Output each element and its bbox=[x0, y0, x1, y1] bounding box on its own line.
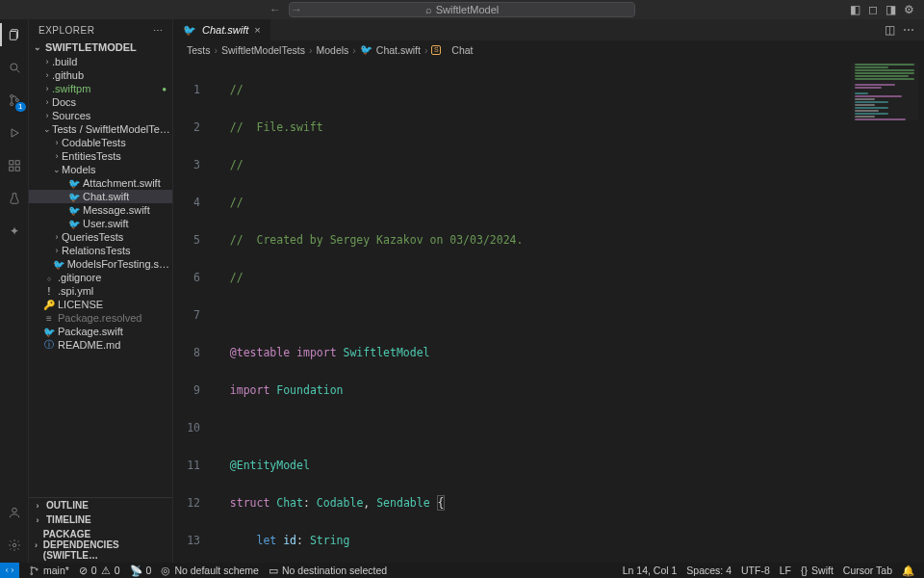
status-bell-icon[interactable]: 🔔 bbox=[902, 565, 914, 577]
status-encoding[interactable]: UTF-8 bbox=[741, 565, 770, 576]
file-package-swift[interactable]: 🐦Package.swift bbox=[29, 325, 172, 338]
tab-close-icon[interactable]: × bbox=[254, 24, 260, 36]
svg-rect-11 bbox=[15, 161, 19, 165]
status-branch[interactable]: main* bbox=[29, 565, 69, 576]
folder-models[interactable]: ⌄Models bbox=[29, 163, 172, 176]
section-outline[interactable]: ›OUTLINE bbox=[29, 498, 172, 512]
sidebar-title: EXPLORER bbox=[38, 25, 94, 36]
svg-point-14 bbox=[13, 543, 16, 547]
tab-chat-swift[interactable]: 🐦 Chat.swift × bbox=[173, 19, 271, 40]
split-editor-icon[interactable]: ◫ bbox=[885, 23, 895, 37]
file-readme[interactable]: ⓘREADME.md bbox=[29, 338, 172, 352]
explorer-icon[interactable] bbox=[5, 25, 24, 44]
settings-icon[interactable] bbox=[5, 536, 24, 555]
sidebar-more-icon[interactable]: ⋯ bbox=[153, 25, 164, 36]
source-control-icon[interactable]: 1 bbox=[5, 91, 24, 110]
breadcrumb[interactable]: Tests› SwiftletModelTests› Models› 🐦Chat… bbox=[173, 40, 924, 59]
code-editor[interactable]: 1 // 2 // File.swift 3 // 4 // 5 // Crea… bbox=[173, 59, 924, 563]
svg-marker-7 bbox=[12, 129, 18, 137]
folder-tests[interactable]: ⌄Tests / SwiftletModelTests bbox=[29, 122, 172, 136]
project-root[interactable]: ⌄ SWIFTLETMODEL bbox=[29, 39, 172, 55]
status-spaces[interactable]: Spaces: 4 bbox=[686, 565, 732, 576]
folder-docs[interactable]: ›Docs bbox=[29, 95, 172, 109]
status-mode[interactable]: Cursor Tab bbox=[843, 565, 892, 576]
svg-line-3 bbox=[16, 69, 19, 72]
svg-rect-8 bbox=[9, 161, 13, 165]
ports-icon: 📡 bbox=[130, 565, 142, 577]
remote-indicator[interactable] bbox=[0, 563, 19, 578]
file-attachment[interactable]: 🐦Attachment.swift bbox=[29, 176, 172, 190]
layout-sidebar-left-icon[interactable]: ◧ bbox=[850, 3, 860, 16]
tab-bar: 🐦 Chat.swift × ◫ ⋯ bbox=[173, 19, 924, 40]
status-ports[interactable]: 📡0 bbox=[130, 565, 152, 577]
folder-entitiestests[interactable]: ›EntitiesTests bbox=[29, 149, 172, 163]
search-icon: ⌕ bbox=[425, 4, 432, 15]
tab-label: Chat.swift bbox=[202, 24, 248, 36]
minimap[interactable] bbox=[851, 63, 918, 120]
search-icon[interactable] bbox=[5, 58, 24, 77]
svg-rect-10 bbox=[15, 167, 19, 171]
status-eol[interactable]: LF bbox=[780, 565, 791, 576]
run-debug-icon[interactable] bbox=[5, 123, 24, 143]
svg-rect-9 bbox=[9, 167, 13, 171]
folder-build[interactable]: ›.build bbox=[29, 55, 172, 68]
layout-sidebar-right-icon[interactable]: ◨ bbox=[886, 3, 896, 16]
sidebar: EXPLORER ⋯ ⌄ SWIFTLETMODEL ›.build ›.git… bbox=[29, 19, 173, 563]
folder-relationstests[interactable]: ›RelationsTests bbox=[29, 244, 172, 257]
svg-point-16 bbox=[31, 572, 33, 574]
svg-point-13 bbox=[12, 508, 16, 512]
file-user[interactable]: 🐦User.swift bbox=[29, 217, 172, 230]
section-deps[interactable]: ›PACKAGE DEPENDENCIES (SWIFTLE… bbox=[29, 527, 172, 563]
activity-bar: 1 ✦ bbox=[0, 19, 29, 563]
layout-panel-icon[interactable]: ◻ bbox=[868, 3, 878, 16]
swift-file-icon: 🐦 bbox=[360, 43, 372, 56]
target-icon: ◎ bbox=[161, 565, 170, 576]
sparkle-icon[interactable]: ✦ bbox=[5, 222, 24, 241]
folder-sources[interactable]: ›Sources bbox=[29, 109, 172, 122]
extensions-icon[interactable] bbox=[5, 156, 24, 175]
file-license[interactable]: 🔑LICENSE bbox=[29, 298, 172, 311]
sidebar-bottom: ›OUTLINE ›TIMELINE ›PACKAGE DEPENDENCIES… bbox=[29, 497, 172, 563]
tab-more-icon[interactable]: ⋯ bbox=[903, 23, 914, 37]
warning-icon: ⚠ bbox=[101, 565, 111, 576]
struct-icon: S bbox=[431, 45, 441, 55]
svg-point-5 bbox=[10, 103, 13, 106]
folder-github[interactable]: ›.github bbox=[29, 68, 172, 82]
svg-point-15 bbox=[31, 566, 33, 568]
nav-forward-icon[interactable]: → bbox=[291, 3, 302, 16]
status-destination[interactable]: ▭No destination selected bbox=[269, 565, 387, 576]
status-language[interactable]: {} Swift bbox=[801, 565, 834, 576]
file-package-resolved[interactable]: ≡Package.resolved bbox=[29, 311, 172, 325]
customize-layout-icon[interactable]: ⚙ bbox=[904, 3, 914, 16]
nav-back-icon[interactable]: ← bbox=[270, 3, 281, 16]
svg-point-4 bbox=[10, 94, 13, 97]
accounts-icon[interactable] bbox=[5, 503, 24, 522]
title-bar-actions: ◧ ◻ ◨ ⚙ bbox=[850, 3, 914, 16]
nav-arrows: ← → bbox=[270, 3, 302, 16]
command-center[interactable]: ⌕ SwiftletModel bbox=[289, 2, 635, 17]
svg-point-2 bbox=[10, 64, 16, 70]
file-spi[interactable]: !.spi.yml bbox=[29, 284, 172, 298]
status-cursor-pos[interactable]: Ln 14, Col 1 bbox=[623, 565, 678, 576]
svg-rect-1 bbox=[10, 32, 16, 40]
title-bar: ← → ⌕ SwiftletModel ◧ ◻ ◨ ⚙ bbox=[0, 0, 924, 19]
braces-icon: {} bbox=[801, 565, 808, 576]
folder-codabletests[interactable]: ›CodableTests bbox=[29, 136, 172, 149]
file-tree: ›.build ›.github ›.swiftpm● ›Docs ›Sourc… bbox=[29, 55, 172, 497]
file-gitignore[interactable]: ⬨.gitignore bbox=[29, 271, 172, 284]
status-scheme[interactable]: ◎No default scheme bbox=[161, 565, 259, 576]
editor: 🐦 Chat.swift × ◫ ⋯ Tests› SwiftletModelT… bbox=[173, 19, 924, 563]
section-timeline[interactable]: ›TIMELINE bbox=[29, 512, 172, 527]
file-modelsfortesting[interactable]: 🐦ModelsForTesting.swift bbox=[29, 257, 172, 271]
status-bar: main* ⊘0 ⚠0 📡0 ◎No default scheme ▭No de… bbox=[0, 563, 924, 578]
error-icon: ⊘ bbox=[79, 565, 88, 576]
file-chat[interactable]: 🐦Chat.swift bbox=[29, 190, 172, 203]
device-icon: ▭ bbox=[269, 565, 278, 576]
folder-swiftpm[interactable]: ›.swiftpm● bbox=[29, 82, 172, 95]
folder-queriestests[interactable]: ›QueriesTests bbox=[29, 230, 172, 244]
testing-icon[interactable] bbox=[5, 189, 24, 208]
file-message[interactable]: 🐦Message.swift bbox=[29, 203, 172, 217]
scm-badge: 1 bbox=[15, 102, 25, 112]
status-problems[interactable]: ⊘0 ⚠0 bbox=[79, 565, 120, 576]
swift-file-icon: 🐦 bbox=[183, 24, 196, 37]
